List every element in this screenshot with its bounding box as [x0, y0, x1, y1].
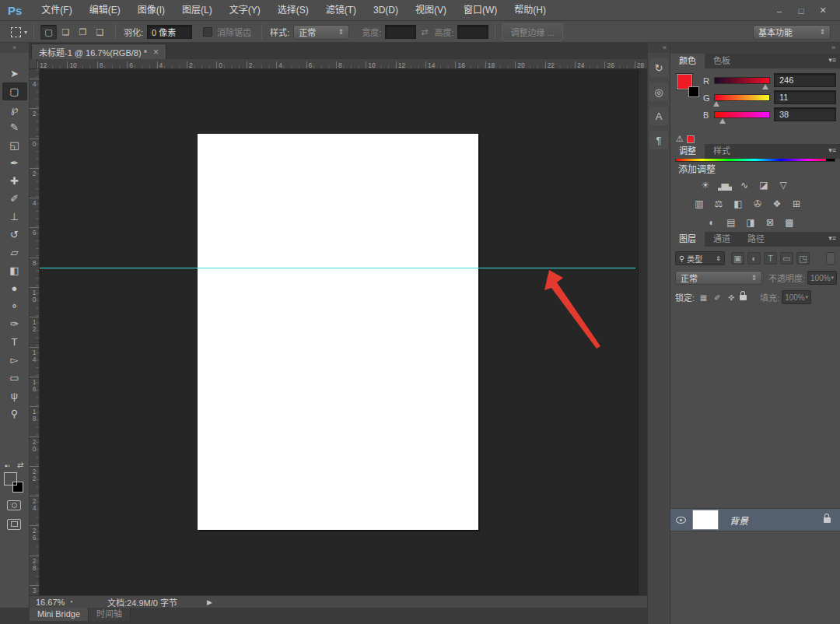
black-white-icon[interactable]: ◧ — [731, 198, 745, 210]
new-selection-icon[interactable]: ▢ — [40, 25, 57, 40]
panel-tab[interactable]: 样式 — [705, 144, 739, 159]
swap-colors-icon[interactable]: ⇄ — [17, 461, 23, 469]
lock-position-icon[interactable]: ✜ — [726, 292, 737, 303]
eraser-tool[interactable]: ▱ — [2, 244, 27, 261]
menu-item[interactable]: 帮助(H) — [506, 0, 555, 21]
type-tool[interactable]: T — [2, 333, 27, 351]
paragraph-panel-icon[interactable]: ¶ — [649, 131, 668, 149]
crop-tool[interactable]: ◱ — [2, 136, 27, 154]
filter-adjustment-layers-icon[interactable]: ◐ — [747, 252, 761, 265]
default-colors-icon[interactable]: ▪▫ — [5, 461, 10, 470]
tool-preset-icon[interactable] — [11, 27, 21, 37]
fill-field[interactable]: 100%▾ — [782, 290, 811, 304]
green-value-field[interactable]: 11 — [774, 90, 836, 104]
vibrance-icon[interactable]: ▽ — [776, 179, 790, 191]
invert-icon[interactable]: ◐ — [705, 216, 719, 229]
history-panel-icon[interactable]: ↻ — [649, 58, 668, 77]
horizontal-ruler[interactable]: 1210864202468101214161820222426283032 — [37, 59, 647, 69]
menu-item[interactable]: 滤镜(T) — [317, 0, 365, 21]
horizontal-guide[interactable] — [40, 268, 635, 268]
maximize-button[interactable]: □ — [790, 6, 812, 16]
exposure-icon[interactable]: ◪ — [757, 179, 771, 191]
dock-expand-icon[interactable]: « — [648, 43, 670, 53]
zoom-tool[interactable]: ⚲ — [2, 405, 27, 422]
close-tab-icon[interactable]: × — [153, 47, 159, 58]
intersect-selection-icon[interactable]: ❑ — [92, 25, 108, 40]
toolbar-collapse-icon[interactable]: » — [0, 43, 29, 53]
character-panel-icon[interactable]: A — [649, 107, 668, 125]
eyedropper-tool[interactable]: ✒ — [2, 154, 27, 172]
menu-item[interactable]: 文字(Y) — [221, 0, 269, 21]
vertical-ruler[interactable]: 420246810121416182022242628303234 — [30, 69, 40, 595]
blend-mode-dropdown[interactable]: 正常 ⇕ — [675, 271, 762, 285]
vertical-scrollbar[interactable] — [638, 69, 647, 595]
screen-mode-button[interactable] — [7, 519, 21, 530]
levels-icon[interactable]: ▂▅▃ — [718, 179, 732, 191]
color-balance-icon[interactable]: ⚖ — [712, 198, 726, 210]
workspace-dropdown[interactable]: 基本功能⇕ — [753, 25, 831, 40]
close-button[interactable]: ✕ — [812, 5, 834, 16]
panel-tab[interactable]: 颜色 — [670, 54, 705, 68]
zoom-level-field[interactable]: 16.67% — [36, 598, 68, 607]
selective-color-icon[interactable]: ⊠ — [763, 216, 777, 229]
rectangle-tool[interactable]: ▭ — [2, 369, 27, 387]
panels-collapse-icon[interactable]: » — [670, 43, 840, 54]
menu-item[interactable]: 编辑(E) — [81, 0, 129, 21]
status-menu-arrow-icon[interactable]: ▶ — [207, 598, 212, 606]
hue-saturation-icon[interactable]: ▥ — [692, 198, 706, 210]
properties-panel-icon[interactable]: ◎ — [649, 82, 668, 101]
panel-tab[interactable]: 调整 — [670, 144, 705, 159]
pen-tool[interactable]: ✑ — [2, 315, 27, 333]
clone-stamp-tool[interactable]: ⊥ — [2, 208, 27, 226]
panel-menu-icon[interactable]: ▾≡ — [828, 146, 836, 154]
tool-preset-caret-icon[interactable]: ▾ — [24, 29, 27, 36]
document-tab[interactable]: 未标题-1 @ 16.7%(RGB/8) * × — [31, 44, 166, 59]
background-layer-row[interactable]: 背景 — [670, 508, 840, 531]
swap-dimensions-icon[interactable]: ⇄ — [421, 27, 428, 37]
antialias-checkbox[interactable] — [203, 27, 212, 37]
history-brush-tool[interactable]: ↺ — [2, 226, 27, 244]
color-lookup-icon[interactable]: ⊞ — [789, 198, 803, 210]
menu-item[interactable]: 文件(F) — [33, 0, 80, 21]
threshold-icon[interactable]: ◨ — [744, 216, 758, 229]
filter-type-dropdown[interactable]: ⚲ 类型 ⇕ — [675, 251, 725, 265]
gamut-color-swatch[interactable] — [687, 135, 695, 143]
red-slider[interactable] — [714, 77, 770, 84]
opacity-field[interactable]: 100%▾ — [807, 271, 837, 285]
menu-item[interactable]: 图像(I) — [129, 0, 173, 21]
lock-all-icon[interactable] — [737, 292, 749, 303]
hand-tool[interactable]: ψ — [2, 387, 27, 405]
red-value-field[interactable]: 246 — [774, 73, 836, 87]
layer-visibility-icon[interactable] — [676, 517, 686, 524]
refine-edge-button[interactable]: 调整边缘 ... — [502, 23, 562, 40]
filter-pixel-layers-icon[interactable]: ▣ — [731, 252, 744, 265]
filter-type-layers-icon[interactable]: T — [764, 252, 777, 265]
lock-image-pixels-icon[interactable]: ✐ — [712, 292, 723, 303]
blue-slider-thumb[interactable] — [719, 118, 726, 124]
menu-item[interactable]: 视图(V) — [407, 0, 455, 21]
green-slider[interactable] — [714, 94, 770, 101]
filter-shape-layers-icon[interactable]: ▭ — [780, 252, 793, 265]
red-slider-thumb[interactable] — [762, 84, 768, 89]
style-dropdown[interactable]: 正常⇕ — [293, 25, 349, 40]
height-input[interactable] — [457, 25, 488, 39]
layer-thumbnail[interactable] — [692, 510, 719, 530]
blur-tool[interactable]: ● — [2, 279, 27, 297]
filter-smart-objects-icon[interactable]: ◳ — [796, 252, 810, 265]
brightness-contrast-icon[interactable]: ☀ — [698, 179, 712, 191]
gamut-warning-icon[interactable]: ⚠ — [676, 134, 684, 144]
spot-healing-brush-tool[interactable]: ✚ — [2, 172, 27, 190]
channel-mixer-icon[interactable]: ❖ — [770, 198, 784, 210]
panel-background-swatch[interactable] — [688, 86, 699, 97]
path-selection-tool[interactable]: ▻ — [2, 351, 27, 369]
canvas-viewport[interactable] — [40, 69, 638, 595]
blue-slider[interactable] — [714, 111, 770, 118]
bottom-panel-tab[interactable]: Mini Bridge — [30, 608, 89, 621]
document-canvas[interactable] — [198, 134, 478, 530]
foreground-color-swatch[interactable] — [4, 472, 17, 486]
dodge-tool[interactable]: ⚬ — [2, 297, 27, 315]
subtract-selection-icon[interactable]: ❐ — [75, 25, 91, 40]
filter-toggle-button[interactable] — [826, 252, 835, 265]
green-slider-thumb[interactable] — [713, 101, 719, 107]
panel-tab[interactable]: 色板 — [705, 54, 739, 68]
